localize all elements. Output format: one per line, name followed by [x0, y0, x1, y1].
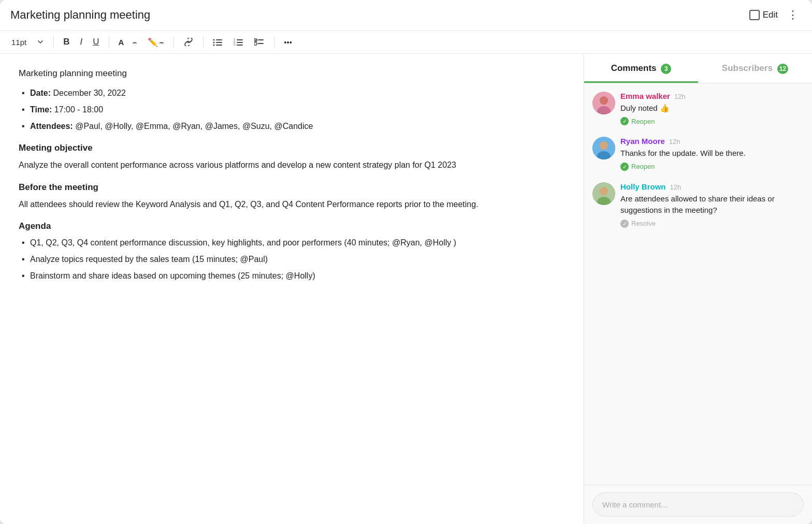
svg-point-4	[213, 45, 215, 46]
comment-body-ryan: Ryan Moore 12h Thanks for the update. Wi…	[620, 137, 804, 173]
tab-subscribers[interactable]: Subscribers 12	[698, 54, 812, 83]
underline-button[interactable]: U	[90, 35, 102, 49]
header: Marketing planning meeting Edit ⋮	[0, 0, 812, 31]
bullet-list-button[interactable]	[210, 36, 226, 48]
avatar-ryan	[592, 137, 615, 159]
font-size-selector[interactable]: 11pt	[8, 36, 30, 49]
svg-text:3.: 3.	[234, 43, 236, 46]
sidebar-tabs: Comments 3 Subscribers 12	[584, 54, 812, 83]
comment-input-area	[584, 485, 812, 524]
heading-agenda: Agenda	[19, 221, 565, 231]
toolbar-separator-1	[53, 36, 54, 48]
heading-meeting-objective: Meeting objective	[19, 143, 565, 153]
avatar-holly	[592, 182, 615, 205]
italic-button[interactable]: I	[77, 35, 85, 49]
bullet-attendees: Attendees: @Paul, @Holly, @Emma, @Ryan, …	[19, 120, 565, 133]
comment-holly: Holly Brown 12h Are attendees allowed to…	[592, 182, 804, 230]
svg-rect-1	[216, 39, 222, 40]
tab-comments-label: Comments	[611, 63, 657, 73]
svg-rect-14	[254, 42, 257, 45]
comment-emma: Emma walker 12h Duly noted 👍 Reopen	[592, 92, 804, 128]
comment-text-ryan: Thanks for the update. Will be there.	[620, 148, 804, 159]
agenda-item-1: Q1, Q2, Q3, Q4 content performance discu…	[19, 237, 565, 249]
toolbar-separator-5	[274, 36, 274, 48]
editor[interactable]: Marketing planning meeting Date: Decembe…	[0, 54, 584, 524]
highlight-icon: ✏️	[148, 37, 158, 47]
comment-text-emma: Duly noted 👍	[620, 103, 804, 114]
comment-input[interactable]	[592, 492, 804, 517]
comment-header-holly: Holly Brown 12h	[620, 182, 804, 191]
resolve-label-holly: Resolve	[631, 220, 656, 227]
font-size-chevron[interactable]	[34, 36, 47, 48]
comment-author-ryan: Ryan Moore	[620, 137, 665, 145]
sidebar: Comments 3 Subscribers 12	[584, 54, 812, 524]
checklist-button[interactable]	[251, 36, 268, 48]
comments-badge: 3	[661, 64, 671, 74]
comment-author-emma: Emma walker	[620, 92, 670, 100]
reopen-label-emma: Reopen	[631, 118, 655, 125]
comments-list: Emma walker 12h Duly noted 👍 Reopen	[584, 83, 812, 485]
comment-body-emma: Emma walker 12h Duly noted 👍 Reopen	[620, 92, 804, 128]
svg-point-0	[213, 39, 215, 41]
app-window: Marketing planning meeting Edit ⋮ 11pt B…	[0, 0, 812, 524]
agenda-item-3: Brainstorm and share ideas based on upco…	[19, 270, 565, 282]
meeting-objective-text: Analyze the overall content performance …	[19, 158, 565, 172]
highlight-button[interactable]: ✏️	[144, 35, 167, 49]
svg-point-20	[600, 141, 608, 150]
svg-point-23	[600, 187, 608, 195]
svg-point-2	[213, 42, 215, 43]
reopen-check-icon-emma	[620, 117, 629, 125]
comment-body-holly: Holly Brown 12h Are attendees allowed to…	[620, 182, 804, 230]
reopen-check-icon-ryan	[620, 163, 629, 171]
numbered-list-button[interactable]: 1. 2. 3.	[230, 36, 247, 48]
comment-time-ryan: 12h	[669, 138, 680, 145]
font-size-value: 11pt	[11, 38, 26, 47]
more-toolbar-button[interactable]: •••	[281, 36, 295, 49]
bullet-date: Date: December 30, 2022	[19, 87, 565, 99]
edit-button[interactable]: Edit	[749, 10, 778, 20]
comment-author-holly: Holly Brown	[620, 182, 666, 191]
reopen-button-ryan[interactable]: Reopen	[620, 163, 655, 171]
agenda-item-2: Analyze topics requested by the sales te…	[19, 253, 565, 266]
svg-rect-11	[237, 45, 243, 46]
toolbar: 11pt B I U A ✏️	[0, 31, 812, 54]
before-meeting-text: All attendees should review the Keyword …	[19, 198, 565, 211]
tab-comments[interactable]: Comments 3	[584, 54, 698, 83]
heading-before-meeting: Before the meeting	[19, 182, 565, 193]
edit-icon	[749, 10, 760, 20]
svg-rect-9	[237, 42, 243, 43]
comment-header-emma: Emma walker 12h	[620, 92, 804, 100]
bold-button[interactable]: B	[60, 35, 72, 49]
editor-bullets: Date: December 30, 2022 Time: 17:00 - 18…	[19, 87, 565, 133]
resolve-check-icon-holly	[620, 220, 629, 228]
tab-subscribers-label: Subscribers	[722, 63, 773, 73]
comment-time-emma: 12h	[674, 93, 686, 100]
comment-text-holly: Are attendees allowed to share their ide…	[620, 193, 804, 216]
reopen-label-ryan: Reopen	[631, 163, 655, 170]
resolve-button-holly[interactable]: Resolve	[620, 220, 656, 228]
avatar-emma	[592, 92, 615, 114]
comment-time-holly: 12h	[670, 183, 682, 191]
link-button[interactable]	[180, 36, 197, 48]
toolbar-separator-3	[173, 36, 174, 48]
agenda-list: Q1, Q2, Q3, Q4 content performance discu…	[19, 237, 565, 282]
editor-doc-title: Marketing planning meeting	[19, 68, 565, 79]
more-button[interactable]: ⋮	[784, 7, 802, 23]
bullet-time: Time: 17:00 - 18:00	[19, 104, 565, 116]
svg-rect-7	[237, 39, 243, 40]
edit-label: Edit	[763, 10, 778, 20]
toolbar-separator-4	[203, 36, 204, 48]
reopen-button-emma[interactable]: Reopen	[620, 117, 655, 125]
svg-rect-15	[258, 43, 264, 44]
svg-rect-5	[216, 45, 222, 46]
subscribers-badge: 12	[777, 64, 788, 74]
svg-point-17	[600, 96, 608, 105]
main-body: Marketing planning meeting Date: Decembe…	[0, 54, 812, 524]
toolbar-separator-2	[109, 36, 109, 48]
font-color-button[interactable]: A	[115, 36, 141, 49]
svg-rect-13	[258, 39, 264, 40]
comment-header-ryan: Ryan Moore 12h	[620, 137, 804, 145]
comment-ryan: Ryan Moore 12h Thanks for the update. Wi…	[592, 137, 804, 173]
svg-rect-3	[216, 42, 222, 43]
doc-title: Marketing planning meeting	[10, 8, 743, 22]
